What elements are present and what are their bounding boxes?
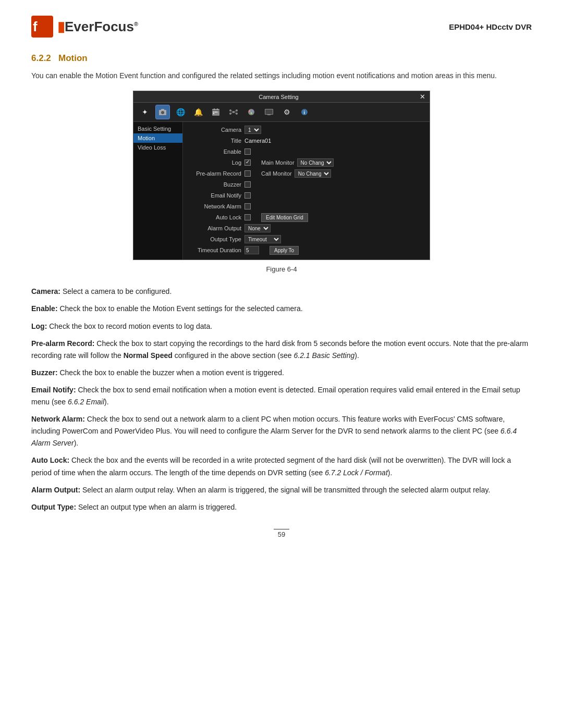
para-pre-alarm-bold: Pre-alarm Record: xyxy=(31,339,94,348)
timeout-duration-row: Timeout Duration Apply To xyxy=(187,245,425,255)
gear-icon[interactable]: ⚙ xyxy=(279,105,294,119)
content-area: Camera 1 Title Camera01 Enable xyxy=(183,122,430,260)
close-icon[interactable]: ✕ xyxy=(420,93,425,101)
camera-row: Camera 1 xyxy=(187,125,425,134)
para-pre-alarm-text2: configured in the above section (see xyxy=(173,351,294,360)
email-notify-control xyxy=(244,192,251,199)
intro-text: You can enable the Motion Event function… xyxy=(31,70,532,81)
main-monitor-section: Main Monitor No Change xyxy=(261,158,334,167)
edit-motion-grid-button[interactable]: Edit Motion Grid xyxy=(261,213,308,222)
title-row: Title Camera01 xyxy=(187,136,425,145)
auto-lock-checkbox[interactable] xyxy=(244,214,251,220)
alarm-output-select[interactable]: None xyxy=(244,224,271,232)
timeout-duration-input[interactable] xyxy=(244,246,259,254)
call-monitor-select[interactable]: No Change xyxy=(295,169,331,178)
buzzer-control xyxy=(244,181,251,188)
svg-point-27 xyxy=(251,113,252,114)
network-icon[interactable] xyxy=(226,105,241,119)
para-pre-alarm-bold2: Normal Speed xyxy=(124,351,173,360)
page-number: 59 xyxy=(278,530,285,538)
svg-text:f: f xyxy=(33,19,38,34)
output-type-label: Output Type xyxy=(187,236,244,242)
para-camera-text: Select a camera to be configured. xyxy=(63,287,172,295)
para-autolock-italic: 6.7.2 Lock / Format xyxy=(325,468,388,477)
apply-to-section: Apply To xyxy=(270,246,299,255)
log-control xyxy=(244,159,251,166)
camera-settings-icon[interactable] xyxy=(155,105,170,119)
timeout-duration-label: Timeout Duration xyxy=(187,247,244,253)
buzzer-checkbox[interactable] xyxy=(244,181,251,188)
email-notify-label: Email Notify xyxy=(187,192,244,199)
para-autolock-text2: ). xyxy=(388,468,393,477)
para-network-bold: Network Alarm: xyxy=(31,415,85,423)
auto-lock-row: Auto Lock Edit Motion Grid xyxy=(187,213,425,222)
wand-icon[interactable]: ✦ xyxy=(138,105,152,119)
enable-checkbox[interactable] xyxy=(244,149,251,155)
section-title: Motion xyxy=(58,53,88,63)
para-log-bold: Log: xyxy=(31,322,47,330)
svg-rect-30 xyxy=(267,115,271,115)
section-heading: 6.2.2 Motion xyxy=(31,53,532,64)
para-email: Email Notify: Check the box to send emai… xyxy=(31,384,532,408)
dialog-wrapper: Camera Setting ✕ ✦ 🌐 🔔 xyxy=(31,91,532,260)
output-type-control: Timeout xyxy=(244,235,281,243)
sidebar-nav: Basic Setting Motion Video Loss xyxy=(133,122,183,260)
main-monitor-select[interactable]: No Change xyxy=(297,158,334,167)
network-alarm-label: Network Alarm xyxy=(187,203,244,209)
para-network-text2: ). xyxy=(74,439,79,447)
para-pre-alarm-italic: 6.2.1 Basic Setting xyxy=(293,351,354,360)
output-type-select[interactable]: Timeout xyxy=(244,235,281,243)
network-alarm-control xyxy=(244,203,251,209)
schedule-icon[interactable] xyxy=(209,105,223,119)
pre-alarm-row: Pre-alarm Record Call Monitor No Change xyxy=(187,169,425,178)
para-buzzer-text: Check the box to enable the buzzer when … xyxy=(59,368,284,377)
svg-rect-8 xyxy=(212,110,219,111)
network-alarm-checkbox[interactable] xyxy=(244,203,251,209)
page-header: F f ▮EverFocus® EPHD04+ HDcctv DVR xyxy=(31,16,532,38)
para-email-italic: 6.6.2 Email xyxy=(68,398,104,406)
email-notify-row: Email Notify xyxy=(187,191,425,200)
para-email-bold: Email Notify: xyxy=(31,386,76,394)
camera-select[interactable]: 1 xyxy=(244,126,261,134)
para-enable: Enable: Check the box to enable the Moti… xyxy=(31,303,532,315)
title-value: Camera01 xyxy=(244,138,271,144)
svg-rect-10 xyxy=(217,108,218,110)
globe-icon[interactable]: 🌐 xyxy=(173,105,188,119)
dialog-title-text: Camera Setting xyxy=(138,94,420,100)
output-type-row: Output Type Timeout xyxy=(187,235,425,244)
svg-rect-29 xyxy=(265,109,273,114)
email-notify-checkbox[interactable] xyxy=(244,192,251,199)
footer-line xyxy=(274,529,289,529)
call-monitor-label: Call Monitor xyxy=(261,170,292,177)
main-monitor-label: Main Monitor xyxy=(261,159,295,166)
para-output-type: Output Type: Select an output type when … xyxy=(31,501,532,513)
para-pre-alarm-text3: ). xyxy=(354,351,359,360)
palette-icon[interactable] xyxy=(244,105,259,119)
logo-area: F f ▮EverFocus® xyxy=(31,16,138,38)
svg-rect-12 xyxy=(215,112,216,113)
nav-item-motion[interactable]: Motion xyxy=(133,133,182,143)
log-checkbox[interactable] xyxy=(244,159,251,166)
svg-point-25 xyxy=(249,110,251,112)
bell-icon[interactable]: 🔔 xyxy=(191,105,205,119)
para-pre-alarm: Pre-alarm Record: Check the box to start… xyxy=(31,338,532,362)
para-autolock-bold: Auto Lock: xyxy=(31,456,69,464)
para-network-text: Check the box to send out a network alar… xyxy=(31,415,505,435)
display-icon[interactable] xyxy=(262,105,276,119)
nav-item-video-loss[interactable]: Video Loss xyxy=(133,143,182,152)
call-monitor-section: Call Monitor No Change xyxy=(261,169,331,178)
svg-rect-11 xyxy=(213,112,214,113)
para-alarm-output-bold: Alarm Output: xyxy=(31,486,80,494)
pre-alarm-checkbox[interactable] xyxy=(244,170,251,177)
para-camera-bold: Camera: xyxy=(31,287,60,295)
camera-dialog: Camera Setting ✕ ✦ 🌐 🔔 xyxy=(133,91,430,260)
enable-row: Enable xyxy=(187,147,425,156)
buzzer-label: Buzzer xyxy=(187,181,244,188)
apply-to-button[interactable]: Apply To xyxy=(270,246,299,255)
network-alarm-row: Network Alarm xyxy=(187,202,425,211)
section-number: 6.2.2 xyxy=(31,53,58,63)
nav-item-basic-setting[interactable]: Basic Setting xyxy=(133,124,182,133)
auto-lock-control xyxy=(244,214,251,220)
dialog-toolbar: ✦ 🌐 🔔 ⚙ i xyxy=(133,103,430,122)
info-icon[interactable]: i xyxy=(297,105,312,119)
